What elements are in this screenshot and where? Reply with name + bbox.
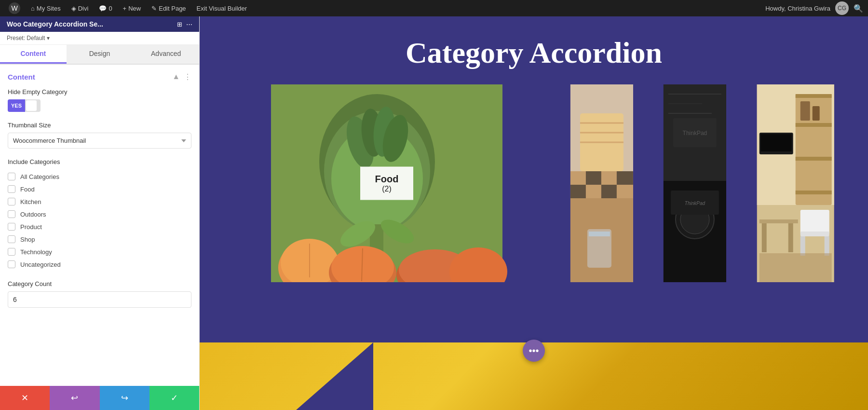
svg-rect-33 <box>601 185 617 198</box>
list-item[interactable]: Technology <box>8 246 191 258</box>
undo-button[interactable]: ↩ <box>50 386 99 410</box>
image-col-food: Food (2) <box>219 84 555 282</box>
category-checkbox-food[interactable] <box>8 185 15 193</box>
category-name-outdoors: Outdoors <box>20 211 46 218</box>
category-count-input[interactable] <box>8 291 191 308</box>
grid-icon[interactable]: ⊞ <box>177 21 182 28</box>
content-section-title: Content <box>8 73 35 81</box>
category-checkbox-kitchen[interactable] <box>8 198 15 205</box>
list-item[interactable]: Shop <box>8 233 191 246</box>
undo-icon: ↩ <box>71 393 78 403</box>
category-checkbox-uncategorized[interactable] <box>8 260 15 268</box>
preset-label: Preset: Default <box>7 35 45 41</box>
category-checkbox-technology[interactable] <box>8 248 15 256</box>
user-avatar[interactable]: CG <box>835 1 849 15</box>
preset-bar: Preset: Default ▾ <box>0 32 199 45</box>
list-item[interactable]: Food <box>8 183 191 195</box>
hide-empty-label: Hide Empty Category <box>8 88 191 96</box>
category-name-food: Food <box>20 186 35 193</box>
svg-rect-60 <box>759 219 798 223</box>
category-name-product: Product <box>20 223 42 231</box>
panel-tabs: Content Design Advanced <box>0 45 199 65</box>
cancel-icon: ✕ <box>21 393 28 403</box>
list-item[interactable]: Outdoors <box>8 208 191 220</box>
category-name-shop: Shop <box>20 236 35 243</box>
list-item[interactable]: Uncategorized <box>8 258 191 271</box>
list-item[interactable]: All Categories <box>8 170 191 183</box>
svg-rect-29 <box>601 171 617 185</box>
save-button[interactable]: ✓ <box>149 386 199 410</box>
svg-rect-62 <box>788 223 793 252</box>
toggle-handle <box>26 100 37 111</box>
admin-bar: W ⌂ My Sites ◈ Divi 💬 0 + New ✎ Edit Pag… <box>0 0 868 16</box>
svg-rect-65 <box>800 236 805 256</box>
tab-advanced[interactable]: Advanced <box>133 45 199 64</box>
category-checkbox-shop[interactable] <box>8 235 15 243</box>
comments-button[interactable]: 💬 0 <box>95 3 116 14</box>
panel-actions: ✕ ↩ ↪ ✓ <box>0 386 199 410</box>
image-grid: Food (2) <box>219 84 849 282</box>
svg-rect-56 <box>800 101 810 121</box>
thumbnail-size-select[interactable]: Woocommerce Thumbnail Small Medium Large <box>8 133 191 149</box>
svg-rect-66 <box>824 236 829 256</box>
wordpress-logo-button[interactable]: W <box>5 0 24 16</box>
hide-empty-toggle[interactable]: YES <box>8 99 41 112</box>
my-sites-label: My Sites <box>37 5 61 12</box>
tab-design[interactable]: Design <box>67 45 133 64</box>
exit-builder-label: Exit Visual Builder <box>197 5 247 12</box>
new-button[interactable]: + New <box>119 3 145 14</box>
tab-content[interactable]: Content <box>0 45 67 64</box>
thumbnail-size-label: Thumbnail Size <box>8 122 191 129</box>
cancel-button[interactable]: ✕ <box>0 386 50 410</box>
category-checkbox-all[interactable] <box>8 173 15 180</box>
thumbnail-size-wrap: Thumbnail Size Woocommerce Thumbnail Sma… <box>8 122 191 149</box>
section-header-icons: ▲ ⋮ <box>172 72 191 82</box>
svg-text:ThinkPad: ThinkPad <box>685 201 705 206</box>
list-item[interactable]: Product <box>8 220 191 233</box>
list-item[interactable]: Kitchen <box>8 195 191 208</box>
svg-rect-64 <box>800 232 829 236</box>
menu-icon[interactable]: ⋯ <box>186 21 192 28</box>
svg-rect-53 <box>795 123 831 127</box>
pencil-icon: ✎ <box>151 5 157 12</box>
category-count-wrap: Category Count <box>8 280 191 308</box>
svg-rect-32 <box>586 185 601 198</box>
categories-label: Include Categories <box>8 158 191 165</box>
exit-visual-builder-button[interactable]: Exit Visual Builder <box>193 3 251 14</box>
category-count-label: Category Count <box>8 280 191 287</box>
hide-empty-toggle-wrap: YES <box>8 99 191 112</box>
technology-image: ThinkPad ThinkPad <box>649 84 741 282</box>
svg-rect-52 <box>795 94 831 98</box>
collapse-icon[interactable]: ▲ <box>172 72 180 82</box>
svg-rect-55 <box>795 191 831 194</box>
right-panel: Category Accordion <box>200 16 868 410</box>
comment-count: 0 <box>108 5 112 12</box>
image-col-furniture <box>742 84 849 282</box>
redo-icon: ↪ <box>121 393 128 403</box>
edit-page-button[interactable]: ✎ Edit Page <box>148 3 190 14</box>
edit-page-label: Edit Page <box>159 5 186 12</box>
my-sites-button[interactable]: ⌂ My Sites <box>27 3 65 14</box>
home-icon: ⌂ <box>31 5 35 12</box>
divi-button[interactable]: ◈ Divi <box>68 3 93 14</box>
food-label: Food (2) <box>360 167 413 200</box>
panel-header-icons: ⊞ ⋯ <box>177 21 192 28</box>
category-checkbox-product[interactable] <box>8 223 15 231</box>
floating-action-button[interactable]: ••• <box>523 340 545 362</box>
panel-header: Woo Category Accordion Se... ⊞ ⋯ <box>0 16 199 32</box>
redo-button[interactable]: ↪ <box>100 386 149 410</box>
search-icon[interactable]: 🔍 <box>854 4 863 13</box>
howdy-text: Howdy, Christina Gwira <box>765 5 830 12</box>
food-label-text: Food <box>375 174 399 184</box>
preset-chevron-icon[interactable]: ▾ <box>47 35 50 41</box>
svg-rect-30 <box>617 171 633 185</box>
svg-rect-54 <box>795 157 831 161</box>
more-options-icon[interactable]: ⋮ <box>184 72 191 82</box>
divi-label: Divi <box>78 5 89 12</box>
svg-rect-28 <box>586 171 601 185</box>
kitchen-image <box>556 84 648 282</box>
svg-rect-61 <box>761 223 766 252</box>
svg-rect-67 <box>759 253 831 282</box>
category-name-uncategorized: Uncategorized <box>20 261 61 268</box>
category-checkbox-outdoors[interactable] <box>8 210 15 218</box>
